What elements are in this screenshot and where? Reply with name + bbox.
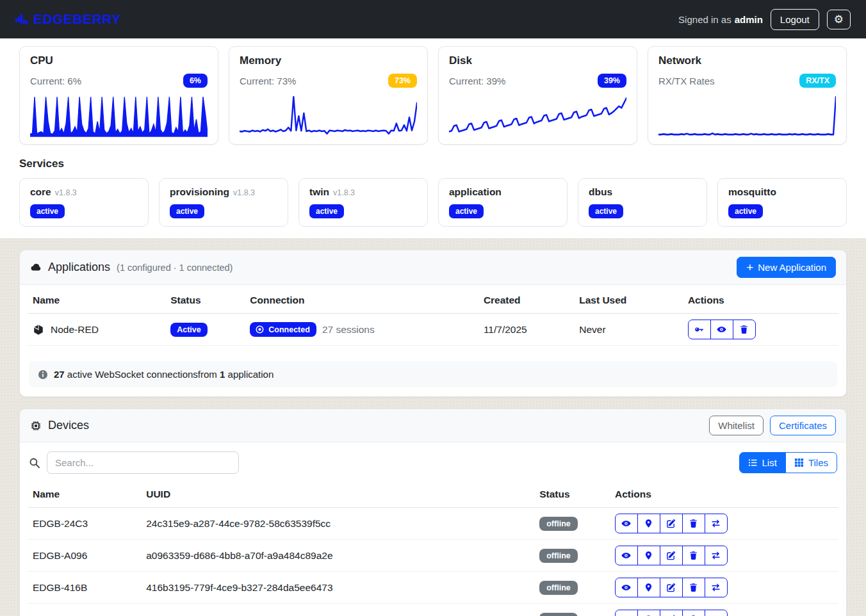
device-row: EDGB-A096 a0963359-d686-4bb8-a70f-a9a484… — [28, 540, 838, 572]
brand-name: EDGEBERRY — [33, 12, 121, 27]
apps-col-name: Name — [28, 286, 165, 314]
application-row: Node-RED Active Connected 27 sessions 11… — [28, 314, 838, 346]
device-status-badge: offline — [539, 613, 578, 616]
device-edit-button[interactable] — [660, 578, 683, 597]
app-delete-button[interactable] — [733, 320, 756, 339]
metric-sparkline-chart — [449, 93, 626, 138]
device-status-badge: offline — [539, 581, 578, 595]
tiles-view-button[interactable]: Tiles — [785, 452, 837, 473]
trash-icon — [689, 551, 698, 560]
settings-button[interactable]: ⚙ — [827, 10, 851, 29]
session-count: 27 sessions — [322, 324, 375, 336]
app-view-button[interactable] — [710, 320, 733, 339]
eye-icon — [717, 325, 726, 334]
device-locate-button[interactable] — [637, 546, 660, 565]
device-edit-button[interactable] — [660, 514, 683, 533]
eye-icon — [621, 583, 631, 592]
pencil-square-icon — [666, 583, 676, 592]
service-card: provisioningv1.8.3 active — [159, 178, 288, 227]
device-row: EDGB-416B 416b3195-779f-4ce9-b327-284da5… — [28, 572, 838, 604]
metric-badge: 39% — [598, 74, 626, 88]
metric-current-value: RX/TX Rates — [658, 76, 715, 86]
device-view-button[interactable] — [615, 546, 638, 565]
device-view-button[interactable] — [615, 514, 638, 533]
brand[interactable]: EDGEBERRY — [15, 12, 121, 27]
devices-section: Devices Whitelist Certificates — [19, 409, 847, 616]
device-delete-button[interactable] — [682, 546, 705, 565]
device-edit-button[interactable] — [660, 610, 683, 616]
service-name: mosquitto — [728, 186, 776, 197]
arrow-left-right-icon — [711, 583, 721, 592]
metric-badge: 73% — [388, 74, 417, 88]
metric-current-value: Current: 39% — [449, 76, 505, 86]
device-name: EDGB-24C3 — [28, 508, 141, 540]
device-actions — [615, 546, 728, 565]
eye-icon — [621, 519, 631, 528]
device-search-input[interactable] — [47, 451, 239, 474]
metric-current-value: Current: 73% — [240, 76, 296, 86]
devices-table: Name UUID Status Actions EDGB-24C3 24c31… — [28, 480, 838, 616]
certificates-button[interactable]: Certificates — [770, 416, 836, 435]
device-edit-button[interactable] — [660, 546, 683, 565]
device-view-button[interactable] — [615, 578, 638, 597]
device-uuid: 24c315e9-a287-44ce-9782-58c63539f5cc — [141, 508, 534, 540]
applications-subtitle: (1 configured · 1 connected) — [117, 263, 233, 273]
device-row: EDGB-24C3 24c315e9-a287-44ce-9782-58c635… — [28, 508, 838, 540]
device-locate-button[interactable] — [637, 578, 660, 597]
devices-title: Devices — [48, 419, 89, 432]
device-transfer-button[interactable] — [705, 610, 728, 616]
device-transfer-button[interactable] — [705, 578, 728, 597]
apps-col-status: Status — [165, 286, 245, 314]
list-view-button[interactable]: List — [739, 452, 786, 473]
new-application-button[interactable]: + New Application — [737, 257, 836, 278]
device-row: EDGB-9179 917993d1-81e8-4013-8307-4359a6… — [28, 604, 838, 616]
device-delete-button[interactable] — [682, 514, 705, 533]
cloud-icon — [30, 262, 42, 273]
application-created: 11/7/2025 — [478, 314, 574, 346]
service-status-badge: active — [170, 204, 204, 218]
device-transfer-button[interactable] — [705, 514, 728, 533]
device-status-badge: offline — [539, 517, 578, 531]
device-delete-button[interactable] — [682, 610, 705, 616]
device-transfer-button[interactable] — [705, 546, 728, 565]
service-card: corev1.8.3 active — [19, 178, 149, 227]
device-name: EDGB-A096 — [28, 540, 141, 572]
dev-col-uuid: UUID — [141, 480, 534, 508]
service-name: provisioning — [170, 186, 229, 197]
metric-badge: RX/TX — [799, 74, 836, 88]
service-card: twinv1.8.3 active — [298, 178, 428, 227]
arrow-left-right-icon — [711, 551, 721, 560]
trash-icon — [689, 583, 698, 592]
trash-icon — [689, 519, 698, 528]
pencil-square-icon — [666, 551, 676, 560]
service-status-badge: active — [449, 204, 484, 218]
device-locate-button[interactable] — [637, 514, 660, 533]
geo-pin-icon — [644, 519, 653, 528]
device-view-button[interactable] — [615, 610, 638, 616]
device-uuid: a0963359-d686-4bb8-a70f-a9a484c89a2e — [141, 540, 534, 572]
metric-card: CPU Current: 6% 6% — [19, 46, 218, 145]
apps-col-actions: Actions — [683, 286, 838, 314]
trash-icon — [739, 325, 749, 334]
info-icon — [38, 369, 48, 380]
device-locate-button[interactable] — [637, 610, 660, 616]
application-last-used: Never — [574, 314, 683, 346]
logout-button[interactable]: Logout — [771, 9, 819, 30]
dev-col-status: Status — [534, 480, 610, 508]
device-delete-button[interactable] — [682, 578, 705, 597]
applications-title: Applications — [48, 261, 110, 274]
brand-logo-icon — [15, 13, 28, 26]
metric-title: CPU — [30, 54, 208, 67]
top-section: CPU Current: 6% 6% Memory Current: 73% 7… — [0, 38, 866, 238]
metric-sparkline-chart — [30, 93, 208, 138]
geo-pin-icon — [644, 583, 653, 592]
metric-title: Network — [658, 54, 836, 67]
list-icon — [748, 458, 758, 467]
service-card: dbus active — [578, 178, 707, 227]
whitelist-button[interactable]: Whitelist — [709, 416, 764, 435]
services-row: corev1.8.3 active provisioningv1.8.3 act… — [19, 178, 847, 227]
application-actions — [688, 320, 756, 339]
app-token-button[interactable] — [688, 320, 711, 339]
service-status-badge: active — [30, 204, 65, 218]
navbar: EDGEBERRY Signed in asadmin Logout ⚙ — [0, 0, 866, 38]
